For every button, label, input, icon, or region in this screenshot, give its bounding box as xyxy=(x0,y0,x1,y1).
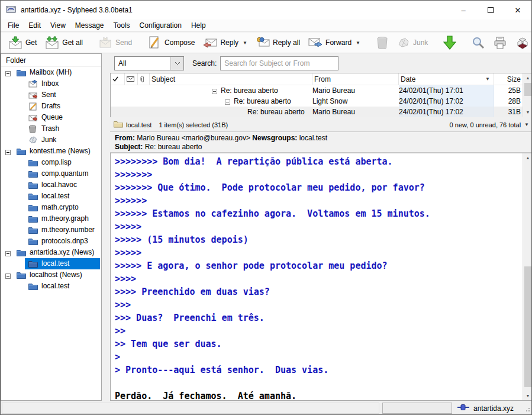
app-icon xyxy=(6,5,16,15)
collapse-expander-icon[interactable] xyxy=(5,149,11,154)
scroll-down-icon[interactable]: ▼ xyxy=(523,108,532,117)
send-icon xyxy=(98,36,112,49)
compose-icon xyxy=(147,36,162,50)
filter-scope-select[interactable]: All xyxy=(114,56,184,70)
execute-button[interactable] xyxy=(439,34,460,52)
message-list-scrollbar[interactable]: ▲ ▼ xyxy=(523,73,532,117)
scrollbar-thumb[interactable] xyxy=(524,83,531,96)
search-button[interactable] xyxy=(467,34,489,51)
folder-icon xyxy=(17,249,26,258)
from-column-header[interactable]: From xyxy=(312,73,399,85)
folder-item-kontesti[interactable]: kontesti.me (News) xyxy=(1,146,101,157)
quote-line: >>> Duas? Preenchi em três. xyxy=(115,311,520,324)
send-button[interactable]: Send xyxy=(94,34,136,51)
message-row-3-selected[interactable]: Re: bureau aberto Mario Bureau 24/02/01(… xyxy=(111,107,532,117)
message-row-1[interactable]: Re: bureau aberto Mario Bureau 24/02/01(… xyxy=(111,85,532,96)
maximize-button[interactable] xyxy=(477,1,504,20)
folder-icon xyxy=(28,226,38,236)
menu-help[interactable]: Help xyxy=(186,20,211,31)
search-icon xyxy=(472,36,485,49)
get-button[interactable]: Get xyxy=(4,34,41,51)
message-row-2[interactable]: Re: bureau aberto Light Snow 24/02/01(Th… xyxy=(111,96,532,107)
folder-item-local-test-kontesti[interactable]: local.test xyxy=(1,191,101,202)
folder-item-inbox[interactable]: Inbox xyxy=(1,78,101,89)
message-body-scrollbar[interactable]: ▲ ▼ xyxy=(523,153,532,400)
menu-message[interactable]: Message xyxy=(70,20,109,31)
print-button[interactable] xyxy=(489,34,511,51)
menu-file[interactable]: File xyxy=(3,20,24,31)
folder-icon xyxy=(28,192,38,202)
folder-item-antartida[interactable]: antartida.xyz (News) xyxy=(1,247,101,258)
get-all-button[interactable]: Get all xyxy=(41,34,87,51)
menu-edit[interactable]: Edit xyxy=(24,20,46,31)
folder-item-mtheory-graph[interactable]: m.theory.graph xyxy=(1,213,101,224)
folder-item-protocols-dnp3[interactable]: protocols.dnp3 xyxy=(1,236,101,247)
attachment-column-header[interactable] xyxy=(138,73,150,85)
list-status-bar: local.test 1 item(s) selected (31B) 0 ne… xyxy=(110,118,532,131)
menu-tools[interactable]: Tools xyxy=(109,20,135,31)
quote-line: >>>>>> Estamos no cafezinho agora. Volta… xyxy=(115,207,520,220)
menu-configuration[interactable]: Configuration xyxy=(135,20,186,31)
folder-item-local-test-antartida-selected[interactable]: local.test xyxy=(1,258,101,269)
folder-item-sent[interactable]: Sent xyxy=(1,89,101,101)
unread-column-header[interactable] xyxy=(125,73,138,85)
folder-small-icon xyxy=(114,121,123,129)
scroll-up-icon[interactable]: ▲ xyxy=(523,73,532,82)
folder-item-mailbox[interactable]: Mailbox (MH) xyxy=(1,67,101,78)
sylpheed-window: antartida.xyz - Sylpheed 3.8.0beta1 – ✕ … xyxy=(0,0,532,415)
scroll-down-icon[interactable]: ▼ xyxy=(523,391,532,400)
search-input[interactable] xyxy=(220,56,338,70)
menu-view[interactable]: View xyxy=(46,20,70,31)
from-value: Mario Bureau <mario@bureau.gov> xyxy=(135,134,252,142)
address-book-button[interactable] xyxy=(511,34,532,51)
folder-item-math-crypto[interactable]: math.crypto xyxy=(1,202,101,213)
folder-item-localhost[interactable]: localhost (News) xyxy=(1,269,101,281)
folder-item-junk[interactable]: Junk xyxy=(1,134,101,146)
connection-plug-icon[interactable] xyxy=(457,404,469,413)
blank-line xyxy=(115,377,520,390)
date-column-header[interactable]: Date▼ xyxy=(399,73,494,85)
quote-line: >>>>> xyxy=(115,246,520,259)
chevron-down-icon[interactable] xyxy=(170,57,183,70)
minimize-button[interactable]: – xyxy=(450,1,477,20)
collapse-expander-icon[interactable] xyxy=(5,250,11,255)
reply-dropdown-arrow[interactable]: ▼ xyxy=(243,40,247,46)
folder-icon xyxy=(28,181,38,191)
junk-button[interactable]: Junk xyxy=(393,36,432,50)
reply-all-button[interactable]: Reply all xyxy=(252,35,304,50)
scrollbar-thumb[interactable] xyxy=(524,266,531,387)
reply-button[interactable]: Reply ▼ xyxy=(199,35,252,50)
delete-button[interactable] xyxy=(372,34,393,51)
thread-collapse-icon[interactable] xyxy=(212,88,217,96)
resize-grip[interactable] xyxy=(523,405,530,414)
thread-collapse-icon[interactable] xyxy=(225,98,230,107)
forward-dropdown-arrow[interactable]: ▼ xyxy=(356,40,360,46)
close-button[interactable]: ✕ xyxy=(504,1,531,20)
scroll-up-icon[interactable]: ▲ xyxy=(523,153,532,162)
size-column-header[interactable]: Size xyxy=(494,73,523,85)
filter-bar: All Search: xyxy=(110,53,532,73)
folder-item-comp-lisp[interactable]: comp.lisp xyxy=(1,157,101,168)
folder-item-queue[interactable]: Queue xyxy=(1,112,101,123)
collapse-expander-icon[interactable] xyxy=(5,70,11,75)
totals-dropdown-icon[interactable]: ▼ xyxy=(524,122,529,127)
sent-icon xyxy=(28,91,38,101)
statusbar-progress-box xyxy=(382,403,452,414)
folder-item-trash[interactable]: Trash xyxy=(1,123,101,134)
compose-button[interactable]: Compose xyxy=(143,34,199,52)
folder-icon xyxy=(28,204,38,213)
folder-item-drafts[interactable]: Drafts xyxy=(1,101,101,112)
subject-column-header[interactable]: Subject xyxy=(150,73,312,85)
folder-icon xyxy=(17,271,26,281)
header-line-from: From: Mario Bureau <mario@bureau.gov> Ne… xyxy=(115,134,528,143)
mark-column-header[interactable] xyxy=(111,73,125,85)
quote-line: >>>>> xyxy=(115,220,520,233)
folder-item-local-havoc[interactable]: local.havoc xyxy=(1,179,101,191)
queue-icon xyxy=(28,114,38,123)
collapse-expander-icon[interactable] xyxy=(5,272,11,278)
forward-button[interactable]: Forward ▼ xyxy=(304,35,365,50)
message-list: Subject From Date▼ Size Re: bureau abert… xyxy=(110,73,532,117)
folder-item-mtheory-number[interactable]: m.theory.number xyxy=(1,224,101,236)
folder-item-local-test-localhost[interactable]: local.test xyxy=(1,281,101,292)
folder-item-comp-quantum[interactable]: comp.quantum xyxy=(1,168,101,179)
